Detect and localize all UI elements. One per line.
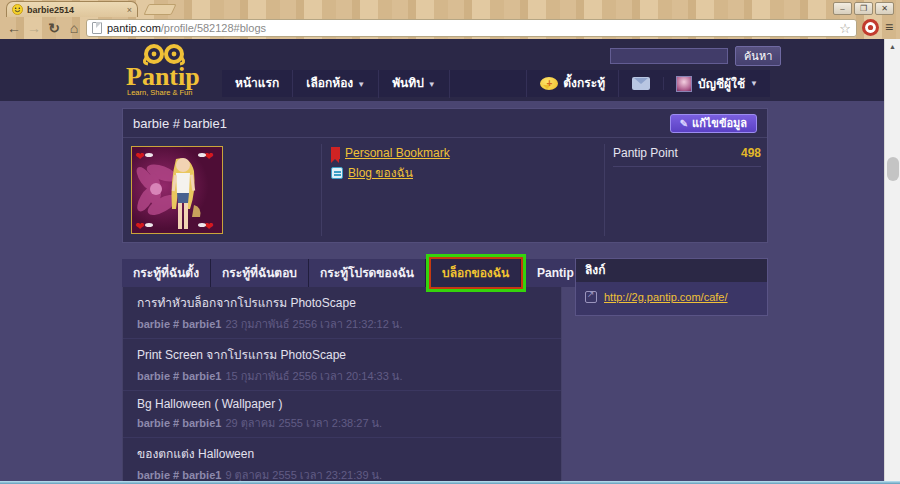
pantip-logo[interactable]: Pantip Learn, Share & Fun [112,41,222,103]
blog-row[interactable]: Bg Halloween ( Wallpaper ) barbie # barb… [123,391,561,438]
blog-row[interactable]: Print Screen จากโปรแกรม PhotoScape barbi… [123,339,561,391]
tab-my-replies[interactable]: กระทู้ที่ฉันตอบ [211,259,309,287]
close-button[interactable]: ✕ [875,2,894,15]
links-box-body: ↗ http://2g.pantip.com/cafe/ [576,282,767,312]
personal-bookmark-link[interactable]: Personal Bookmark [345,146,450,160]
profile-name: barbie # barbie1 [133,109,670,138]
maximize-button[interactable]: ❐ [854,2,873,15]
url-path: /profile/582128#blogs [161,22,266,34]
blog-author: barbie # barbie1 [137,469,221,481]
new-tab-button[interactable] [143,4,176,15]
url-host: pantip.com [107,22,161,34]
pantip-point-label: Pantip Point [613,146,678,160]
blog-author: barbie # barbie1 [137,318,221,330]
logo-tagline: Learn, Share & Fun [127,88,192,97]
blog-row[interactable]: การทำหัวบล็อกจากโปรแกรม PhotoScape barbi… [123,287,561,339]
site-header: Pantip Learn, Share & Fun ค้นหา หน้าแรก … [0,39,884,101]
chevron-down-icon: ▼ [428,80,436,89]
blog-title[interactable]: Print Screen จากโปรแกรม PhotoScape [137,345,561,364]
search-input[interactable] [610,48,728,64]
blog-list: การทำหัวบล็อกจากโปรแกรม PhotoScape barbi… [122,287,562,484]
profile-card-body: ❤❤ ❤❤ [123,138,767,242]
forward-icon[interactable]: → [24,18,44,38]
profile-card: barbie # barbie1 ✎แก้ไขข้อมูล [122,108,768,243]
blog-date: 23 กุมภาพันธ์ 2556 เวลา 21:32:12 น. [225,318,402,330]
pantip-point-row: Pantip Point 498 [613,146,761,167]
tab-favorite-topics[interactable]: กระทู้โปรดของฉัน [309,259,426,287]
url-bar[interactable]: pantip.com/profile/582128#blogs ☆ [86,19,857,37]
blog-date: 29 ตุลาคม 2555 เวลา 2:38:27 น. [225,417,382,429]
scrollbar-up-icon[interactable]: ▲ [885,39,900,54]
browser-tab[interactable]: barbie2514 × [6,1,138,17]
nav-right-group: + ตั้งกระทู้ บัญชีผู้ใช้ ▼ [526,70,770,97]
home-icon[interactable]: ⌂ [64,18,84,38]
window-controls: – ❐ ✕ [833,2,894,15]
my-blog-row: Blog ของฉัน [331,166,451,180]
nav-pantip[interactable]: พันทิป▼ [379,70,450,98]
pantip-point-value: 498 [741,146,761,160]
svg-text:❤: ❤ [135,150,144,162]
back-icon[interactable]: ← [4,18,24,38]
blog-icon [331,167,343,179]
pantip-page: Pantip Learn, Share & Fun ค้นหา หน้าแรก … [0,39,884,484]
chevron-down-icon: ▼ [357,80,365,89]
bookmark-icon [331,147,340,159]
page-icon [92,22,102,34]
browser-toolbar: ← → ↻ ⌂ pantip.com/profile/582128#blogs … [0,17,900,39]
external-link-icon: ↗ [585,291,597,303]
blog-row[interactable]: ของตกแต่ง Halloween barbie # barbie19 ตุ… [123,438,561,484]
main-nav: หน้าแรก เลือกห้อง▼ พันทิป▼ + ตั้งกระทู้ … [222,70,770,97]
edit-profile-button[interactable]: ✎แก้ไขข้อมูล [670,114,757,133]
divider [321,144,322,236]
tab-title: barbie2514 [27,5,123,15]
profile-card-header: barbie # barbie1 ✎แก้ไขข้อมูล [123,109,767,138]
menu-icon[interactable]: ≡ [885,21,898,34]
nav-home[interactable]: หน้าแรก [222,70,293,97]
profile-avatar: ❤❤ ❤❤ [131,146,223,234]
divider [604,144,605,236]
reload-icon[interactable]: ↻ [44,18,64,38]
favicon-smiley-icon [12,4,23,15]
minimize-button[interactable]: – [833,2,852,15]
blog-date: 15 กุมภาพันธ์ 2556 เวลา 20:14:33 น. [225,370,402,382]
my-blog-link[interactable]: Blog ของฉัน [348,166,413,180]
blog-title[interactable]: การทำหัวบล็อกจากโปรแกรม PhotoScape [137,293,561,312]
tab-my-topics[interactable]: กระทู้ที่ฉันตั้ง [122,259,211,287]
blog-date: 9 ตุลาคม 2555 เวลา 23:21:39 น. [225,469,382,481]
browser-tabstrip: barbie2514 × – ❐ ✕ [0,0,900,17]
nav-rooms[interactable]: เลือกห้อง▼ [293,70,379,98]
messages-button[interactable] [619,77,664,90]
cafe-link[interactable]: http://2g.pantip.com/cafe/ [604,291,728,303]
svg-text:❤: ❤ [135,220,144,232]
chevron-down-icon: ▼ [750,79,758,88]
browser-chrome: barbie2514 × – ❐ ✕ ← → ↻ ⌂ pantip.com/pr… [0,0,900,39]
scrollbar-thumb[interactable] [887,157,899,181]
pencil-icon: ✎ [680,118,688,129]
envelope-icon [632,77,650,90]
blog-title[interactable]: Bg Halloween ( Wallpaper ) [137,397,561,411]
links-box: ลิงก์ ↗ http://2g.pantip.com/cafe/ [575,258,768,316]
account-menu[interactable]: บัญชีผู้ใช้ ▼ [664,74,770,93]
extension-icon[interactable] [861,18,880,37]
blog-author: barbie # barbie1 [137,417,221,429]
bookmark-star-icon[interactable]: ☆ [839,21,851,36]
new-topic-button[interactable]: + ตั้งกระทู้ [526,70,619,97]
url-text[interactable]: pantip.com/profile/582128#blogs [107,22,834,34]
screen: barbie2514 × – ❐ ✕ ← → ↻ ⌂ pantip.com/pr… [0,0,900,484]
links-box-title: ลิงก์ [576,259,767,282]
page-scrollbar[interactable]: ▲ [884,39,900,484]
logo-text: Pantip [126,62,200,91]
personal-bookmark-row: Personal Bookmark [331,146,451,160]
profile-tabs: กระทู้ที่ฉันตั้ง กระทู้ที่ฉันตอบ กระทู้โ… [122,259,562,287]
tab-my-blogs[interactable]: บล็อกของฉัน [431,259,521,287]
profile-links: Personal Bookmark Blog ของฉัน [331,146,451,186]
speech-bubble-icon: + [540,77,558,90]
tab-close-icon[interactable]: × [127,5,132,15]
account-avatar [676,76,692,92]
search-button[interactable]: ค้นหา [735,46,781,66]
blog-author: barbie # barbie1 [137,370,221,382]
blog-title[interactable]: ของตกแต่ง Halloween [137,444,561,463]
